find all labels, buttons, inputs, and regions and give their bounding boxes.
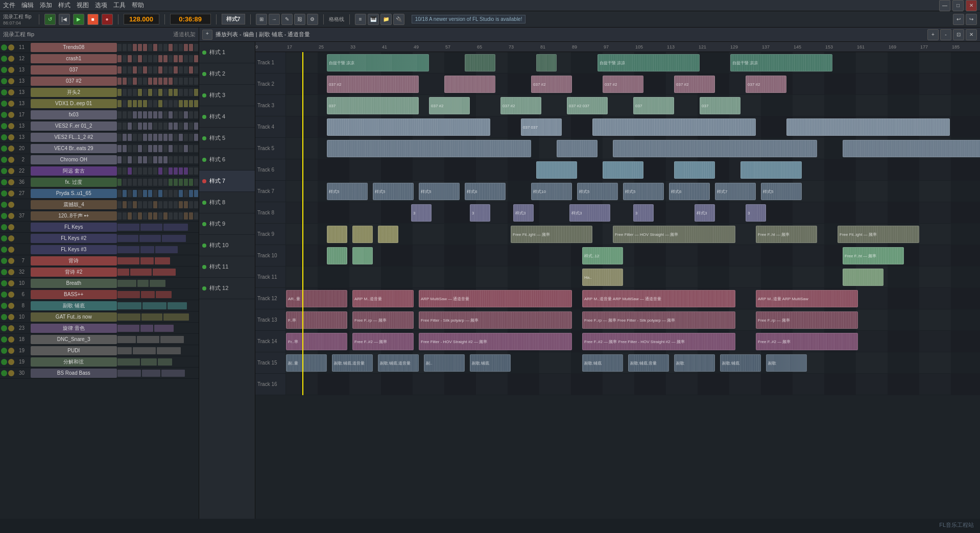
track-row[interactable]: 10 GAT Fut..is now (0, 311, 199, 323)
seq-track-row[interactable]: Track 1自提干暨 凉凉自提干暨 凉凉自提干暨 凉凉 (255, 52, 980, 74)
panel-content[interactable]: 11 Trends08 12 crash1 13 037 13 (0, 42, 199, 519)
seq-clip[interactable] (843, 269, 883, 286)
track-row[interactable]: 30 BS Road Bass (0, 368, 199, 379)
seq-track-row[interactable]: Track 5 (255, 138, 980, 159)
track-row[interactable]: FL Keys #2 (0, 233, 199, 244)
seq-track-row[interactable]: Track 9Free Fil..ight — 频率Free Filter — … (255, 224, 980, 245)
track-solo-btn[interactable] (8, 359, 14, 365)
pencil-btn[interactable]: ✎ (281, 14, 293, 25)
seq-zoom-out[interactable]: - (940, 29, 951, 40)
track-mute-btn[interactable] (1, 146, 7, 152)
mixer-btn[interactable]: ≡ (355, 14, 366, 25)
seq-clip[interactable]: 3 (746, 204, 766, 222)
pattern-list-item[interactable]: 样式 1 (199, 42, 255, 63)
track-mute-btn[interactable] (1, 280, 7, 286)
seq-clip[interactable]: 037 #2 (746, 76, 786, 93)
track-name-btn[interactable]: VES2 FL..1_2 #2 (31, 133, 117, 142)
track-name-btn[interactable]: DNC_Snare_3 (31, 335, 117, 344)
pattern-list-item[interactable]: 样式 10 (199, 235, 255, 256)
seq-track-row[interactable]: Track 7样式5样式5样式5样式6样式10样式5样式5样式6样式7样式5 (255, 181, 980, 202)
pattern-list-item[interactable]: 样式 4 (199, 106, 255, 128)
seq-clip[interactable]: ARP M..道量 ARP MultiSaw (756, 290, 858, 307)
track-solo-btn[interactable] (8, 292, 14, 298)
track-solo-btn[interactable] (8, 280, 14, 286)
seq-clip[interactable] (444, 76, 495, 93)
seq-clip[interactable]: 037 #2 (674, 76, 715, 93)
track-mute-btn[interactable] (1, 168, 7, 174)
track-solo-btn[interactable] (8, 44, 14, 51)
track-row[interactable]: 27 Pryda S..u1_65 (0, 188, 199, 199)
track-mute-btn[interactable] (1, 89, 7, 95)
track-solo-btn[interactable] (8, 168, 14, 174)
track-solo-btn[interactable] (8, 213, 14, 219)
seq-track-content[interactable]: 33样式3样式33样式33 (286, 202, 980, 223)
track-name-btn[interactable]: 037 (31, 65, 117, 75)
seq-clip[interactable]: 自提干暨 凉凉 (730, 54, 832, 71)
track-solo-btn[interactable] (8, 336, 14, 343)
track-name-btn[interactable]: 旋律 音色 (31, 324, 117, 333)
track-solo-btn[interactable] (8, 56, 14, 62)
track-name-btn[interactable]: BS Road Bass (31, 369, 117, 378)
menu-add[interactable]: 添加 (40, 1, 52, 10)
seq-clip[interactable]: ARP M..道音量 (352, 290, 414, 307)
maximize-btn[interactable]: □ (952, 0, 964, 11)
seq-clip[interactable]: 样式3 (569, 204, 610, 222)
seq-clip[interactable]: Free F..rp — 频率 (352, 311, 414, 329)
track-solo-btn[interactable] (8, 235, 14, 241)
track-name-btn[interactable]: Trends08 (31, 43, 117, 52)
track-mute-btn[interactable] (1, 325, 7, 331)
track-solo-btn[interactable] (8, 157, 14, 163)
seq-clip[interactable]: Free F..rp — 频率 (756, 311, 858, 329)
seq-track-content[interactable]: Fr..率Free F..#2 — 频率Free Filter - HOV St… (286, 331, 980, 352)
track-solo-btn[interactable] (8, 224, 14, 230)
seq-track-row[interactable]: Track 11Ha.. (255, 266, 980, 288)
track-mute-btn[interactable] (1, 247, 7, 253)
track-mute-btn[interactable] (1, 348, 7, 354)
track-name-btn[interactable]: crash1 (31, 54, 117, 63)
seq-clip[interactable]: 副..量 (286, 354, 327, 372)
seq-clip[interactable] (352, 226, 373, 243)
seq-clip[interactable]: 样式5 (419, 183, 460, 200)
track-name-btn[interactable]: Chromo OH (31, 155, 117, 164)
seq-clip[interactable]: 037 (700, 97, 740, 114)
track-mute-btn[interactable] (1, 258, 7, 264)
seq-clip[interactable]: 样式6 (465, 183, 506, 200)
seq-clip[interactable]: 样式7 (715, 183, 756, 200)
seq-clip[interactable] (327, 247, 347, 264)
pattern-list-item[interactable]: 样式 9 (199, 213, 255, 235)
track-solo-btn[interactable] (8, 247, 14, 253)
track-solo-btn[interactable] (8, 78, 14, 84)
seq-clip[interactable]: Free Filter - HOV Straight #2 — 频率 (419, 333, 572, 350)
track-mute-btn[interactable] (1, 190, 7, 197)
seq-clip[interactable] (465, 54, 495, 71)
track-mute-btn[interactable] (1, 67, 7, 73)
track-solo-btn[interactable] (8, 179, 14, 185)
pattern-name[interactable]: 样式7 (222, 14, 245, 25)
seq-track-content[interactable]: AR..量ARP M..道音量ARP MultiSaw — 通道音量ARP M.… (286, 288, 980, 309)
seq-clip[interactable]: 样式5 (327, 183, 368, 200)
track-mute-btn[interactable] (1, 44, 7, 51)
seq-clip[interactable]: 副歌 (766, 354, 807, 372)
seq-clip[interactable]: 副歌.铺底 (720, 354, 761, 372)
seq-track-row[interactable]: Track 15副..量副歌.铺底.道音量副歌.铺底.道音量副..副歌.铺底副歌… (255, 352, 980, 374)
seq-add-btn[interactable]: + (202, 30, 212, 40)
track-row[interactable]: 13 VDX1 D..eep 01 (0, 98, 199, 109)
seq-track-content[interactable] (286, 374, 980, 395)
track-solo-btn[interactable] (8, 370, 14, 376)
track-name-btn[interactable]: GAT Fut..is now (31, 312, 117, 322)
seq-clip[interactable]: AR..量 (286, 290, 347, 307)
track-name-btn[interactable]: 120..8千声 •+ (31, 211, 117, 221)
pattern-list-item[interactable]: 样式 6 (199, 149, 255, 171)
track-name-btn[interactable]: 震撼鼓_4 (31, 200, 117, 209)
bpm-display[interactable]: 128.000 (124, 14, 159, 25)
seq-clip[interactable]: 副歌.铺底.音量 (628, 354, 669, 372)
seq-clip[interactable]: Ha.. (582, 269, 623, 286)
track-solo-btn[interactable] (8, 325, 14, 331)
seq-clip[interactable]: ARP M..道音量 ARP MultiSaw — 通道音量 (582, 290, 735, 307)
track-solo-btn[interactable] (8, 67, 14, 73)
pattern-list[interactable]: 样式 1 样式 2 样式 3 样式 4 样式 5 样式 6 样式 7 样式 8 … (199, 42, 255, 519)
seq-clip[interactable]: Free Filter — HOV Straight — 频率 (613, 226, 735, 243)
seq-clip[interactable]: 自提干暨 凉凉 (597, 54, 700, 71)
track-name-btn[interactable]: 背诗 (31, 256, 117, 265)
pattern-list-item[interactable]: 样式 12 (199, 278, 255, 299)
